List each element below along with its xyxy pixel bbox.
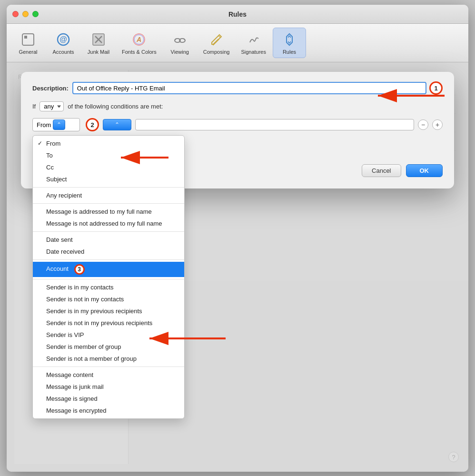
svg-marker-18: [287, 34, 292, 45]
general-icon: [20, 31, 37, 48]
svg-line-20: [289, 36, 291, 38]
svg-rect-0: [22, 34, 34, 45]
condition-select-container: From From To Cc Subject Any recipient: [32, 118, 80, 131]
dropdown-item-sender-not-contacts[interactable]: Sender is not in my contacts: [33, 293, 184, 305]
if-label: If: [32, 103, 36, 110]
junk-label: Junk Mail: [88, 49, 109, 55]
any-selector[interactable]: any all: [40, 101, 64, 111]
accounts-icon: @: [55, 31, 72, 48]
titlebar: Rules: [7, 5, 468, 24]
svg-rect-1: [24, 36, 27, 39]
divider-2: [33, 203, 184, 204]
toolbar-item-fonts[interactable]: A Fonts & Colors: [117, 28, 161, 58]
toolbar-item-accounts[interactable]: @ Accounts: [47, 28, 80, 58]
toolbar-item-junk[interactable]: Junk Mail: [82, 28, 115, 58]
annotation-badge-3: 3: [74, 264, 85, 275]
condition-dropdown-arrow: [53, 119, 65, 130]
svg-marker-16: [212, 35, 221, 44]
main-window: Rules General @ Accounts: [7, 5, 468, 472]
dropdown-item-date-sent[interactable]: Date sent: [33, 234, 184, 246]
annotation-badge-1: 1: [429, 81, 443, 95]
toolbar-item-signatures[interactable]: Signatures: [236, 28, 271, 58]
any-selector-wrapper: any all: [40, 101, 64, 111]
dropdown-item-account[interactable]: Account 3: [33, 262, 184, 277]
signatures-icon: [245, 31, 262, 48]
svg-text:@: @: [59, 35, 67, 43]
description-input[interactable]: [72, 82, 426, 94]
signatures-label: Signatures: [241, 49, 266, 55]
toolbar-item-rules[interactable]: Rules: [273, 28, 306, 58]
svg-line-22: [289, 41, 291, 43]
description-label: Description:: [32, 85, 69, 92]
dropdown-item-to[interactable]: To: [33, 149, 184, 161]
description-row: Description: 1: [32, 81, 443, 95]
rules-icon: [281, 31, 298, 48]
close-button[interactable]: [12, 11, 19, 17]
ok-button[interactable]: OK: [406, 164, 443, 177]
dropdown-item-from[interactable]: From: [33, 138, 184, 149]
dropdown-item-date-received[interactable]: Date received: [33, 246, 184, 258]
contains-selector[interactable]: ⌃: [103, 119, 131, 130]
divider-6: [33, 367, 184, 367]
condition-dropdown-menu: From To Cc Subject Any recipient Message…: [32, 135, 185, 419]
svg-line-14: [184, 39, 185, 40]
rule-rows: From From To Cc Subject Any recipient: [32, 118, 443, 157]
general-label: General: [19, 49, 37, 55]
dropdown-item-msg-junk[interactable]: Message is junk mail: [33, 381, 184, 393]
cancel-button[interactable]: Cancel: [362, 164, 401, 177]
divider-4: [33, 259, 184, 260]
dropdown-item-msg-signed[interactable]: Message is signed: [33, 393, 184, 405]
rules-label: Rules: [283, 49, 296, 55]
condition-selected-value: From: [37, 121, 51, 129]
dropdown-item-msg-encrypted[interactable]: Message is encrypted: [33, 405, 184, 416]
window-controls: [12, 11, 39, 17]
fonts-label: Fonts & Colors: [122, 49, 157, 55]
dropdown-item-subject[interactable]: Subject: [33, 173, 184, 185]
rule-value-input[interactable]: [135, 119, 414, 130]
toolbar-item-composing[interactable]: Composing: [198, 28, 235, 58]
composing-label: Composing: [203, 49, 230, 55]
dropdown-item-msg-not-full-name[interactable]: Message is not addressed to my full name: [33, 218, 184, 229]
dropdown-item-sender-vip[interactable]: Sender is VIP: [33, 329, 184, 341]
dropdown-item-cc[interactable]: Cc: [33, 161, 184, 173]
composing-icon: [208, 31, 225, 48]
fonts-icon: A: [130, 31, 148, 48]
dropdown-item-sender-not-previous[interactable]: Sender is not in my previous recipients: [33, 317, 184, 329]
toolbar-item-viewing[interactable]: Viewing: [163, 28, 197, 58]
condition-dropdown-trigger[interactable]: From: [32, 118, 80, 131]
annotation-badge-2: 2: [86, 118, 99, 131]
dropdown-item-sender-previous[interactable]: Sender is in my previous recipients: [33, 305, 184, 317]
rules-dialog: Description: 1 If any all of: [21, 72, 454, 188]
accounts-label: Accounts: [52, 49, 74, 55]
main-content: Rules list area ) [HT d Basic Versions o…: [7, 62, 468, 472]
dropdown-item-sender-not-member-group[interactable]: Sender is not a member of group: [33, 353, 184, 365]
divider-1: [33, 187, 184, 188]
toolbar: General @ Accounts Junk Mail: [7, 24, 468, 62]
svg-text:A: A: [136, 36, 141, 43]
minimize-button[interactable]: [22, 11, 29, 17]
junk-icon: [90, 31, 107, 48]
maximize-button[interactable]: [32, 11, 39, 17]
add-condition-button[interactable]: +: [432, 119, 443, 130]
viewing-label: Viewing: [171, 49, 189, 55]
dropdown-item-sender-in-contacts[interactable]: Sender is in my contacts: [33, 281, 184, 293]
dropdown-item-any-recipient[interactable]: Any recipient: [33, 189, 184, 201]
divider-3: [33, 231, 184, 232]
svg-line-13: [175, 39, 176, 40]
toolbar-item-general[interactable]: General: [11, 28, 45, 58]
window-title: Rules: [228, 10, 247, 18]
dropdown-item-msg-full-name[interactable]: Message is addressed to my full name: [33, 206, 184, 218]
dropdown-item-sender-member-group[interactable]: Sender is member of group: [33, 341, 184, 353]
divider-5: [33, 279, 184, 279]
viewing-icon: [171, 31, 188, 48]
remove-condition-button[interactable]: −: [418, 119, 428, 130]
rule-row-1: From From To Cc Subject Any recipient: [32, 118, 443, 131]
condition-row: If any all of the following conditions a…: [32, 101, 443, 111]
conditions-text: of the following conditions are met:: [68, 103, 163, 110]
dropdown-item-msg-content[interactable]: Message content: [33, 369, 184, 381]
